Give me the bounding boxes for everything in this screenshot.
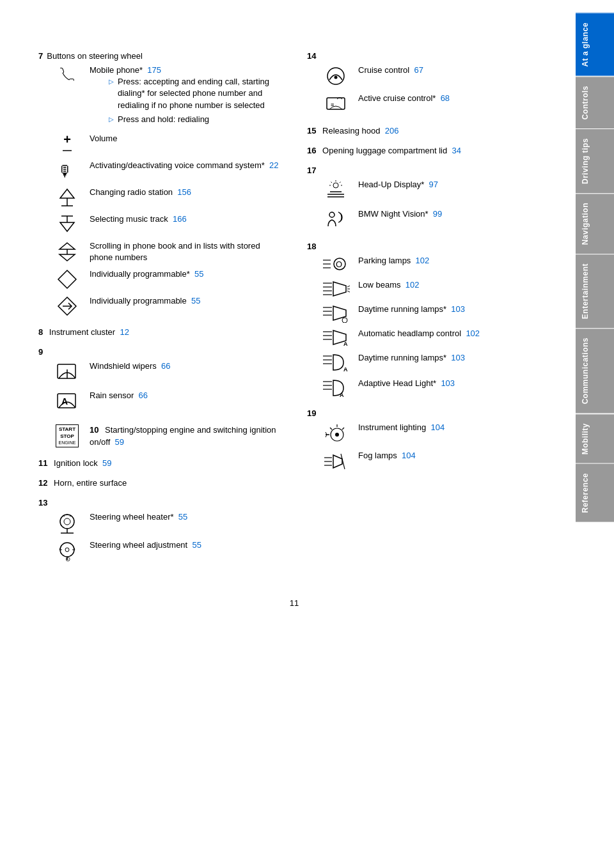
daytime1-text: Daytime running lamps* 103: [358, 304, 550, 315]
sidebar-tab-entertainment[interactable]: Entertainment: [576, 254, 614, 328]
auto-headlamp-text: Automatic headlamp control 102: [358, 328, 550, 339]
sidebar: At a glance Controls Driving tips Naviga…: [576, 0, 614, 868]
low-beams-text: Low beams 102: [358, 279, 550, 291]
section-18-header: 18: [307, 242, 550, 251]
hud-text: Head-Up Display* 97: [358, 179, 550, 190]
svg-point-22: [60, 543, 74, 557]
daytime2-text: Daytime running lamps* 103: [358, 352, 550, 364]
section-11-number: 11: [38, 458, 47, 468]
diamond-icon: [51, 268, 83, 290]
section-15: 15 Releasing hood 206: [307, 126, 550, 136]
auto-headlamp-item: A Automatic headlamp control 102: [320, 328, 550, 347]
svg-line-36: [331, 182, 333, 183]
volume-text: Volume: [90, 133, 281, 144]
sidebar-tab-controls[interactable]: Controls: [576, 76, 614, 128]
section-16-number: 16: [307, 146, 316, 155]
low-beams-icon: [320, 279, 352, 298]
adaptive-head-icon: A: [320, 378, 352, 398]
voice-text: Activating/deactivating voice command sy…: [90, 160, 281, 171]
night-vision-text: BMW Night Vision* 99: [358, 208, 550, 220]
music-text: Selecting music track 166: [90, 213, 281, 225]
sw-heater-item: Steering wheel heater* 55: [51, 511, 281, 534]
volume-item: + — Volume: [51, 133, 281, 155]
section-12-number: 12: [38, 478, 47, 488]
svg-line-71: [330, 428, 332, 430]
sw-heater-text: Steering wheel heater* 55: [90, 511, 281, 523]
section-8-number: 8: [38, 327, 43, 337]
prog-arrow-item: Individually programmable 55: [51, 295, 281, 317]
section-12: 12 Horn, entire surface: [38, 478, 281, 488]
cruise-text: Cruise control 67: [358, 65, 550, 76]
svg-text:O: O: [336, 260, 342, 269]
section-13: 13: [38, 498, 281, 562]
section-18: 18: [307, 242, 550, 398]
left-column: 7 Buttons on steering wheel 📞 Mobile: [38, 51, 281, 573]
low-beams-item: Low beams 102: [320, 279, 550, 298]
daytime2-item: A Daytime running lamps* 103: [320, 352, 550, 373]
fog-lamps-item: Fog lamps 104: [320, 450, 550, 473]
svg-marker-5: [60, 222, 74, 231]
fog-lamps-text: Fog lamps 104: [358, 450, 550, 461]
section-16: 16 Opening luggage compartment lid 34: [307, 146, 550, 155]
bullet-1: ▷ Press: accepting and ending call, star…: [109, 76, 281, 111]
section-11: 11 Ignition lock 59: [38, 458, 281, 468]
radio-up-icon: [51, 187, 83, 208]
active-cruise-item: ≡ Active cruise control* 68: [320, 93, 550, 116]
sidebar-tab-reference[interactable]: Reference: [576, 463, 614, 522]
svg-line-35: [340, 182, 341, 183]
svg-text:A: A: [61, 396, 68, 407]
instrument-lighting-text: Instrument lighting 104: [358, 422, 550, 433]
svg-line-70: [342, 428, 344, 430]
svg-rect-28: [327, 98, 345, 109]
section-7-header: 7 Buttons on steering wheel: [38, 51, 281, 61]
page-container: 7 Buttons on steering wheel 📞 Mobile: [0, 0, 614, 868]
sidebar-tab-communications[interactable]: Communications: [576, 328, 614, 413]
rain-icon: A: [51, 390, 83, 414]
section-16-title: Opening luggage compartment lid 34: [322, 146, 461, 155]
section-19-number: 19: [307, 408, 316, 418]
svg-line-49: [347, 286, 350, 287]
hud-icon: [320, 179, 352, 203]
sidebar-tab-navigation[interactable]: Navigation: [576, 193, 614, 254]
adaptive-head-item: A Adaptive Head Light* 103: [320, 378, 550, 398]
svg-point-23: [65, 548, 69, 552]
fog-lamps-icon: [320, 450, 352, 473]
svg-marker-10: [59, 254, 75, 261]
section-15-number: 15: [307, 126, 316, 136]
start-stop-item: START STOP ENGINE 10 Starting/stopping e…: [51, 424, 281, 447]
night-vision-item: BMW Night Vision* 99: [320, 208, 550, 231]
voice-item: 🎙 Activating/deactivating voice command …: [51, 160, 281, 182]
sidebar-tab-driving-tips[interactable]: Driving tips: [576, 128, 614, 193]
hud-item: Head-Up Display* 97: [320, 179, 550, 203]
sidebar-tab-mobility[interactable]: Mobility: [576, 414, 614, 463]
page-number: 11: [38, 598, 550, 608]
sw-heater-icon: [51, 511, 83, 534]
parking-lamps-text: Parking lamps 102: [358, 255, 550, 267]
sw-adjust-icon: ⊙: [51, 539, 83, 562]
svg-point-18: [60, 515, 74, 529]
daytime1-icon: [320, 304, 352, 323]
cruise-item: Cruise control 67: [320, 65, 550, 88]
active-cruise-icon: ≡: [320, 93, 352, 116]
sidebar-tab-at-glance[interactable]: At a glance: [576, 13, 614, 76]
volume-icon: + —: [51, 133, 83, 155]
night-vision-icon: [320, 208, 352, 231]
section-17-number: 17: [307, 166, 316, 175]
sw-adjust-text: Steering wheel adjustment 55: [90, 539, 281, 551]
wipers-item: Windshield wipers 66: [51, 360, 281, 385]
section-9-number: 9: [38, 347, 43, 357]
section-14: 14 Cruise control 67: [307, 51, 550, 116]
prog-diamond-text: Individually programmable* 55: [90, 268, 281, 280]
svg-point-27: [335, 76, 338, 79]
svg-marker-8: [59, 243, 75, 249]
svg-text:A: A: [343, 341, 348, 347]
section-7-number: 7: [38, 51, 43, 61]
section-7-title: Buttons on steering wheel: [47, 51, 143, 61]
parking-lamps-item: O Parking lamps 102: [320, 255, 550, 274]
wipers-icon: [51, 360, 83, 385]
section-14-number: 14: [307, 51, 316, 61]
svg-marker-2: [60, 189, 74, 198]
sw-adjust-item: ⊙ Steering wheel adjustment 55: [51, 539, 281, 562]
auto-headlamp-icon: A: [320, 328, 352, 347]
section-8: 8 Instrument cluster 12: [38, 327, 281, 337]
